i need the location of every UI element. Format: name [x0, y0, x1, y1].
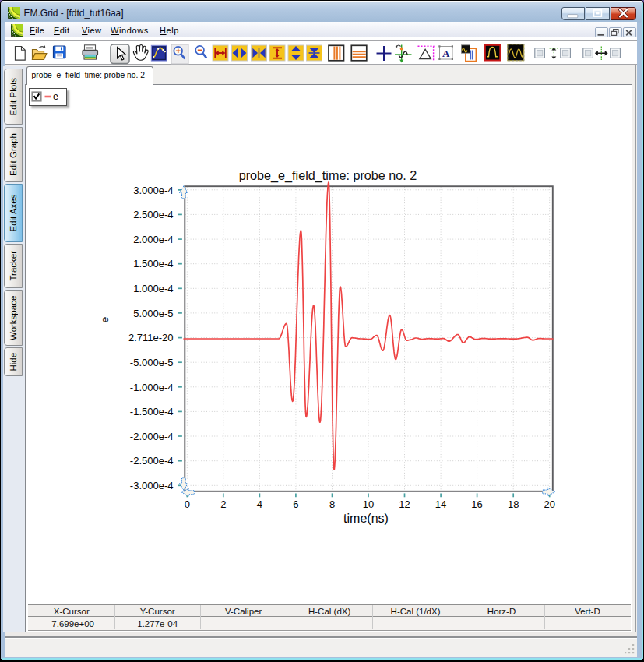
- svg-text:-3.000e-4: -3.000e-4: [130, 480, 174, 491]
- svg-text:probe_e_field_time: probe no.: probe_e_field_time: probe no. 2: [239, 168, 417, 183]
- svg-text:time(ns): time(ns): [343, 512, 389, 525]
- svg-text:-1.000e-4: -1.000e-4: [130, 382, 174, 393]
- svg-text:1.000e-4: 1.000e-4: [133, 283, 173, 294]
- svg-text:0: 0: [185, 498, 190, 510]
- svg-text:20: 20: [544, 498, 554, 510]
- svg-text:14: 14: [435, 498, 446, 510]
- svg-text:6: 6: [293, 498, 298, 510]
- svg-text:-5.000e-5: -5.000e-5: [130, 357, 174, 368]
- svg-text:8: 8: [329, 498, 335, 510]
- svg-text:2.500e-4: 2.500e-4: [133, 209, 173, 220]
- svg-text:A: A: [442, 48, 450, 59]
- svg-text:18: 18: [508, 498, 519, 510]
- svg-text:-2.000e-4: -2.000e-4: [130, 431, 174, 442]
- svg-text:5.000e-5: 5.000e-5: [133, 308, 173, 319]
- svg-text:1.500e-4: 1.500e-4: [133, 258, 173, 269]
- svg-text:12: 12: [399, 498, 410, 510]
- svg-text:-2.500e-4: -2.500e-4: [130, 455, 174, 467]
- svg-text:2.711e-20: 2.711e-20: [128, 332, 174, 343]
- svg-text:2.000e-4: 2.000e-4: [133, 234, 173, 245]
- svg-text:3.000e-4: 3.000e-4: [133, 185, 173, 196]
- svg-text:4: 4: [257, 498, 262, 510]
- svg-text:16: 16: [471, 498, 482, 510]
- svg-text:-1.500e-4: -1.500e-4: [130, 406, 174, 417]
- svg-text:e: e: [99, 317, 111, 323]
- svg-text:2: 2: [220, 498, 226, 510]
- svg-text:10: 10: [363, 498, 374, 510]
